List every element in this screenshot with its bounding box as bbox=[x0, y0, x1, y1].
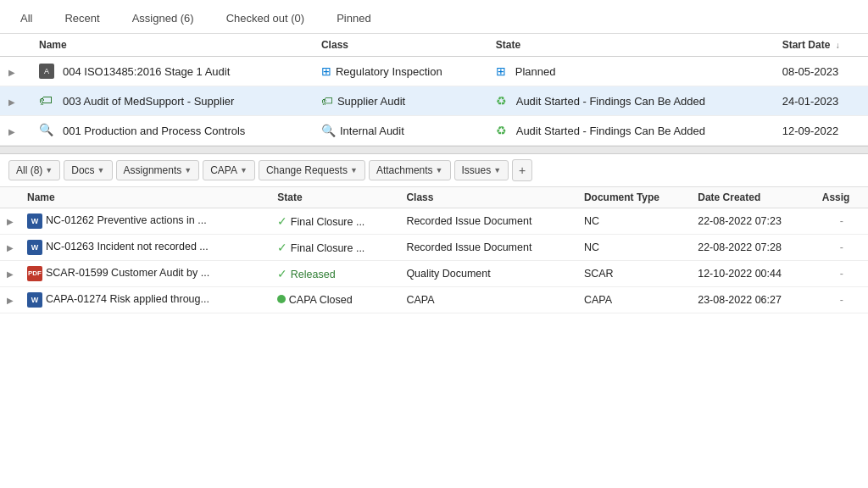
tab-pinned[interactable]: Pinned bbox=[333, 7, 374, 33]
upper-row-state: ⊞Planned bbox=[487, 57, 774, 86]
lower-tab-all[interactable]: All (8) ▼ bbox=[8, 160, 60, 180]
chevron-down-icon: ▼ bbox=[97, 166, 105, 175]
upper-row-startdate: 08-05-2023 bbox=[774, 57, 868, 86]
lower-table-row[interactable]: ▶WNC-01262 Preventive actions in ...✓ Fi… bbox=[0, 208, 868, 235]
upper-row-class: 🔍Internal Audit bbox=[313, 116, 487, 146]
state-text: Audit Started - Findings Can Be Added bbox=[516, 125, 705, 137]
top-tabs: All Recent Assigned (6) Checked out (0) … bbox=[0, 0, 868, 34]
lower-tab-issues[interactable]: Issues ▼ bbox=[454, 160, 509, 180]
lower-row-class: Quality Document bbox=[399, 261, 577, 287]
lower-row-class: Recorded Issue Document bbox=[399, 235, 577, 261]
upper-row-state: ♻Audit Started - Findings Can Be Added bbox=[487, 116, 774, 146]
row-expand-icon[interactable]: ▶ bbox=[0, 86, 31, 116]
sort-arrow: ↓ bbox=[836, 41, 840, 50]
tab-all[interactable]: All bbox=[17, 7, 36, 33]
chevron-down-icon: ▼ bbox=[350, 166, 358, 175]
tab-recent[interactable]: Recent bbox=[61, 7, 103, 33]
dot-icon bbox=[277, 295, 286, 303]
lower-row-state: ✓ Released bbox=[270, 261, 399, 287]
word-icon: W bbox=[27, 240, 42, 255]
row-name-text: 003 Audit of MedSupport - Supplier bbox=[63, 95, 234, 108]
col-lower-doctype: Document Type bbox=[577, 187, 691, 208]
lower-row-assign: - bbox=[815, 208, 868, 235]
upper-table-row[interactable]: ▶A004 ISO13485:2016 Stage 1 Audit⊞Regula… bbox=[0, 57, 868, 86]
lower-table: Name State Class Document Type Date Crea… bbox=[0, 187, 868, 313]
lower-row-datecreated: 12-10-2022 00:44 bbox=[691, 261, 815, 287]
tab-checked-out[interactable]: Checked out (0) bbox=[223, 7, 309, 33]
upper-row-state: ♻Audit Started - Findings Can Be Added bbox=[487, 86, 774, 116]
lower-tab-docs[interactable]: Docs ▼ bbox=[64, 160, 112, 180]
section-divider bbox=[0, 146, 868, 154]
row-expand-icon[interactable]: ▶ bbox=[0, 116, 31, 146]
chevron-down-icon: ▼ bbox=[184, 166, 192, 175]
audit-icon: A bbox=[39, 64, 54, 79]
lower-name-text: NC-01262 Preventive actions in ... bbox=[46, 214, 207, 226]
lower-tab-assignments[interactable]: Assignments ▼ bbox=[116, 160, 200, 180]
lower-row-doctype: NC bbox=[577, 208, 691, 235]
check-icon: ✓ bbox=[277, 267, 287, 280]
lower-row-assign: - bbox=[815, 261, 868, 287]
lower-tab-attachments[interactable]: Attachments ▼ bbox=[369, 160, 451, 180]
row-expand-icon[interactable]: ▶ bbox=[0, 57, 31, 86]
lower-row-name: WCAPA-01274 Risk applied throug... bbox=[20, 287, 270, 313]
col-lower-expand bbox=[0, 187, 20, 208]
lower-table-row[interactable]: ▶WNC-01263 Incident not recorded ...✓ Fi… bbox=[0, 235, 868, 261]
class-text: Regulatory Inspection bbox=[336, 65, 442, 78]
upper-table-row[interactable]: ▶🏷003 Audit of MedSupport - Supplier🏷Sup… bbox=[0, 86, 868, 116]
lower-tab-change-requests[interactable]: Change Requests ▼ bbox=[259, 160, 365, 180]
state-cell: ⊞Planned bbox=[496, 64, 765, 78]
col-lower-assign: Assig bbox=[815, 187, 868, 208]
lower-state-text: Released bbox=[291, 269, 336, 280]
lower-row-expand-icon[interactable]: ▶ bbox=[0, 235, 20, 261]
main-container: All Recent Assigned (6) Checked out (0) … bbox=[0, 0, 868, 488]
col-lower-datecreated: Date Created bbox=[691, 187, 815, 208]
state-cell: ♻Audit Started - Findings Can Be Added bbox=[496, 94, 765, 108]
upper-row-class: ⊞Regulatory Inspection bbox=[313, 57, 487, 86]
upper-table: Name Class State Start Date ↓ ▶A004 ISO1… bbox=[0, 34, 868, 146]
lower-row-class: Recorded Issue Document bbox=[399, 208, 577, 235]
col-upper-class: Class bbox=[313, 34, 487, 57]
upper-row-class: 🏷Supplier Audit bbox=[313, 86, 487, 116]
lower-row-expand-icon[interactable]: ▶ bbox=[0, 261, 20, 287]
lower-table-row[interactable]: ▶WCAPA-01274 Risk applied throug... CAPA… bbox=[0, 287, 868, 313]
lower-row-class: CAPA bbox=[399, 287, 577, 313]
word-icon: W bbox=[27, 214, 42, 229]
class-text: Internal Audit bbox=[340, 125, 404, 137]
lower-row-expand-icon[interactable]: ▶ bbox=[0, 208, 20, 235]
lower-row-doctype: SCAR bbox=[577, 261, 691, 287]
lower-row-expand-icon[interactable]: ▶ bbox=[0, 287, 20, 313]
col-lower-name: Name bbox=[20, 187, 270, 208]
lower-name-text: SCAR-01599 Customer Audit by ... bbox=[46, 267, 209, 279]
check-icon: ✓ bbox=[277, 241, 287, 254]
lower-row-datecreated: 22-08-2022 07:23 bbox=[691, 208, 815, 235]
lower-row-doctype: NC bbox=[577, 235, 691, 261]
recycle-icon: ♻ bbox=[496, 94, 507, 108]
search-icon: 🔍 bbox=[321, 124, 336, 137]
chevron-down-icon: ▼ bbox=[436, 166, 443, 175]
tab-assigned[interactable]: Assigned (6) bbox=[129, 7, 198, 33]
lower-state-text: CAPA Closed bbox=[289, 294, 353, 306]
lower-row-state: ✓ Final Closure ... bbox=[270, 235, 399, 261]
class-text: Supplier Audit bbox=[337, 95, 405, 108]
upper-section: Name Class State Start Date ↓ ▶A004 ISO1… bbox=[0, 34, 868, 146]
chevron-down-icon: ▼ bbox=[45, 166, 53, 175]
chevron-down-icon: ▼ bbox=[493, 166, 501, 175]
lower-row-name: WNC-01263 Incident not recorded ... bbox=[20, 235, 270, 261]
col-expand bbox=[0, 34, 31, 57]
process-icon: 🔍 bbox=[39, 123, 54, 138]
name-cell: A004 ISO13485:2016 Stage 1 Audit bbox=[39, 64, 304, 79]
lower-tab-capa[interactable]: CAPA ▼ bbox=[203, 160, 255, 180]
upper-row-startdate: 12-09-2022 bbox=[774, 116, 868, 146]
lower-row-state: CAPA Closed bbox=[270, 287, 399, 313]
chevron-down-icon: ▼ bbox=[240, 166, 248, 175]
lower-row-state: ✓ Final Closure ... bbox=[270, 208, 399, 235]
upper-row-startdate: 24-01-2023 bbox=[774, 86, 868, 116]
state-text: Planned bbox=[515, 65, 556, 78]
lower-table-row[interactable]: ▶PDFSCAR-01599 Customer Audit by ...✓ Re… bbox=[0, 261, 868, 287]
upper-table-row[interactable]: ▶🔍001 Production and Process Controls🔍In… bbox=[0, 116, 868, 146]
pdf-icon: PDF bbox=[27, 266, 42, 281]
planned-icon: ⊞ bbox=[496, 64, 506, 78]
col-lower-class: Class bbox=[399, 187, 577, 208]
add-tab-button[interactable]: + bbox=[512, 159, 532, 181]
lower-tabs-toolbar: All (8) ▼ Docs ▼ Assignments ▼ CAPA ▼ Ch… bbox=[0, 154, 868, 187]
